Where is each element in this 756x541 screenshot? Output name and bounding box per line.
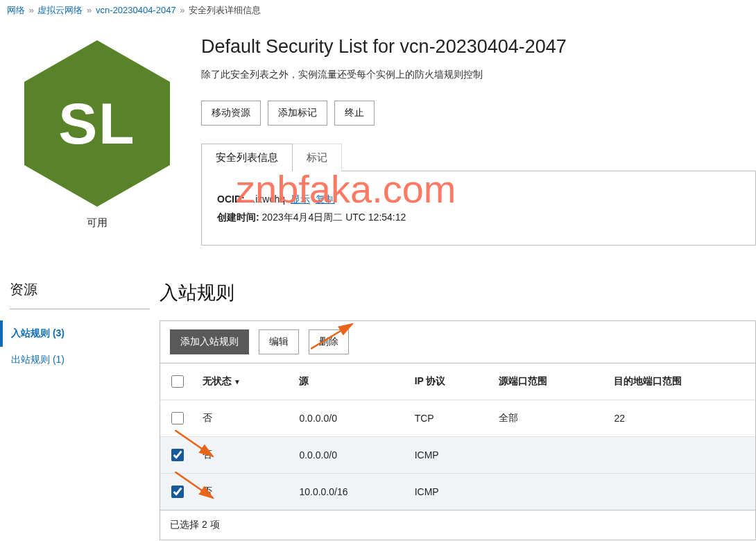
edit-rule-button[interactable]: 编辑: [259, 329, 299, 354]
ocid-show-link[interactable]: 显示: [291, 194, 310, 205]
cell-src_port: 全部: [490, 400, 605, 437]
move-resource-button[interactable]: 移动资源: [201, 101, 261, 126]
sidebar-item-egress[interactable]: 出站规则 (1): [0, 347, 150, 373]
add-tag-button[interactable]: 添加标记: [268, 101, 327, 126]
ocid-label: OCID:: [217, 194, 245, 205]
row-checkbox[interactable]: [171, 412, 184, 424]
cell-src_port: [490, 437, 605, 474]
page-subtitle: 除了此安全列表之外，实例流量还受每个实例上的防火墙规则控制: [201, 69, 756, 81]
cell-source: 0.0.0.0/0: [291, 400, 406, 437]
cell-dst_port: 22: [605, 400, 755, 437]
cell-stateless: 否: [194, 437, 291, 474]
sidebar-item-ingress[interactable]: 入站规则 (3): [0, 320, 150, 347]
cell-protocol: ICMP: [406, 437, 491, 474]
cell-src_port: [490, 474, 605, 510]
breadcrumb-link-vcn[interactable]: vcn-20230404-2047: [96, 5, 176, 15]
ingress-rules-table: 无状态▼ 源 IP 协议 源端口范围 目的地端口范围 否0.0.0.0/0TCP…: [160, 363, 755, 510]
row-checkbox[interactable]: [171, 486, 184, 498]
cell-stateless: 否: [194, 474, 291, 510]
col-src-port[interactable]: 源端口范围: [490, 363, 605, 400]
selection-summary: 已选择 2 项: [160, 510, 755, 540]
select-all-checkbox[interactable]: [171, 375, 184, 388]
ocid-copy-link[interactable]: 复制: [316, 194, 335, 205]
cell-stateless: 否: [194, 400, 291, 437]
col-stateless[interactable]: 无状态▼: [194, 363, 291, 400]
tab-tags[interactable]: 标记: [292, 144, 342, 171]
table-row[interactable]: 否0.0.0.0/0ICMP: [160, 437, 755, 474]
sort-caret-icon: ▼: [234, 378, 241, 386]
col-dst-port[interactable]: 目的地端口范围: [605, 363, 755, 400]
breadcrumb-link-network[interactable]: 网络: [7, 5, 25, 15]
cell-source: 10.0.0.0/16: [291, 474, 406, 510]
breadcrumb-current: 安全列表详细信息: [189, 5, 261, 15]
ocid-value: ...izwchq: [248, 194, 285, 205]
delete-rule-button[interactable]: 删除: [309, 329, 349, 354]
page-title: Default Security List for vcn-20230404-2…: [201, 36, 756, 58]
add-ingress-rule-button[interactable]: 添加入站规则: [170, 329, 249, 354]
cell-protocol: TCP: [406, 400, 491, 437]
cell-dst_port: [605, 474, 755, 510]
table-row[interactable]: 否0.0.0.0/0TCP全部22: [160, 400, 755, 437]
cell-source: 0.0.0.0/0: [291, 437, 406, 474]
col-source[interactable]: 源: [291, 363, 406, 400]
row-checkbox[interactable]: [171, 449, 184, 461]
cell-dst_port: [605, 437, 755, 474]
col-protocol[interactable]: IP 协议: [406, 363, 491, 400]
resource-hex-icon: SL: [24, 40, 170, 207]
cell-protocol: ICMP: [406, 474, 491, 510]
breadcrumb-link-vcn-list[interactable]: 虚拟云网络: [37, 5, 83, 15]
tab-security-list-info[interactable]: 安全列表信息: [201, 144, 293, 171]
created-value: 2023年4月4日周二 UTC 12:54:12: [262, 212, 406, 223]
info-panel: OCID: ...izwchq 显示 复制 创建时间: 2023年4月4日周二 …: [201, 171, 756, 246]
ingress-rules-heading: 入站规则: [160, 280, 756, 305]
created-label: 创建时间:: [217, 212, 259, 223]
terminate-button[interactable]: 终止: [334, 101, 375, 126]
table-row[interactable]: 否10.0.0.0/16ICMP: [160, 474, 755, 510]
status-text: 可用: [7, 216, 187, 230]
breadcrumb: 网络 » 虚拟云网络 » vcn-20230404-2047 » 安全列表详细信…: [0, 0, 756, 19]
sidebar-title: 资源: [10, 280, 150, 309]
